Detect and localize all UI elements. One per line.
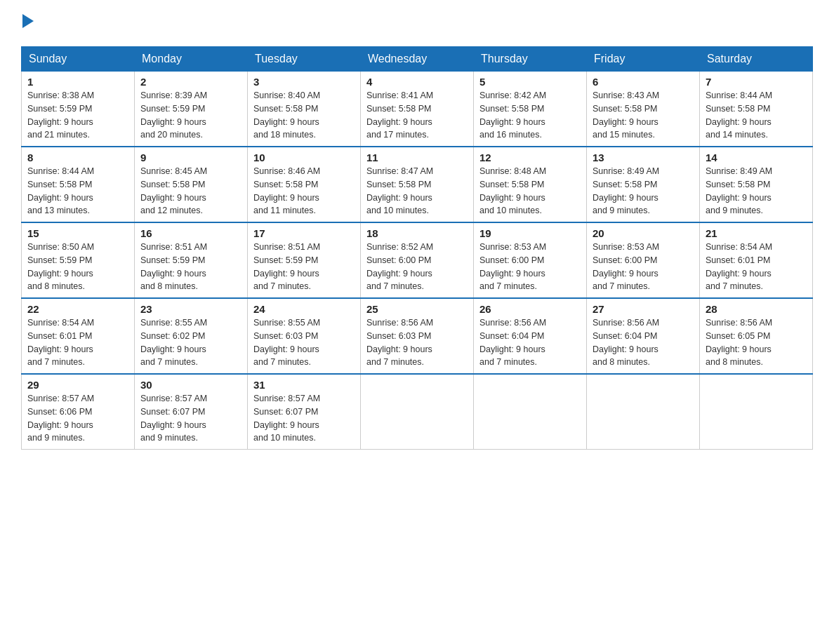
calendar-cell: 3 Sunrise: 8:40 AMSunset: 5:58 PMDayligh… [248, 72, 361, 147]
calendar-cell: 9 Sunrise: 8:45 AMSunset: 5:58 PMDayligh… [135, 147, 248, 222]
day-info: Sunrise: 8:51 AMSunset: 5:59 PMDaylight:… [140, 241, 241, 293]
day-info: Sunrise: 8:54 AMSunset: 6:01 PMDaylight:… [27, 316, 128, 369]
day-number: 13 [593, 152, 694, 163]
calendar-week-row: 29 Sunrise: 8:57 AMSunset: 6:06 PMDaylig… [22, 374, 813, 450]
day-info: Sunrise: 8:57 AMSunset: 6:06 PMDaylight:… [27, 392, 128, 445]
day-info: Sunrise: 8:57 AMSunset: 6:07 PMDaylight:… [140, 392, 241, 445]
calendar-cell: 16 Sunrise: 8:51 AMSunset: 5:59 PMDaylig… [135, 222, 248, 298]
day-info: Sunrise: 8:56 AMSunset: 6:04 PMDaylight:… [593, 316, 694, 369]
day-number: 22 [27, 303, 128, 315]
weekday-header-wednesday: Wednesday [361, 47, 474, 72]
day-number: 6 [593, 76, 694, 88]
calendar-cell: 19 Sunrise: 8:53 AMSunset: 6:00 PMDaylig… [474, 222, 587, 298]
calendar-week-row: 22 Sunrise: 8:54 AMSunset: 6:01 PMDaylig… [22, 298, 813, 374]
day-info: Sunrise: 8:56 AMSunset: 6:03 PMDaylight:… [366, 316, 468, 369]
day-info: Sunrise: 8:48 AMSunset: 5:58 PMDaylight:… [479, 165, 581, 217]
day-number: 4 [366, 76, 468, 88]
day-number: 17 [253, 227, 355, 239]
day-number: 1 [27, 76, 128, 88]
calendar-cell: 24 Sunrise: 8:55 AMSunset: 6:03 PMDaylig… [248, 298, 361, 374]
day-number: 2 [140, 76, 241, 88]
day-info: Sunrise: 8:51 AMSunset: 5:59 PMDaylight:… [253, 241, 355, 293]
calendar-cell: 31 Sunrise: 8:57 AMSunset: 6:07 PMDaylig… [248, 374, 361, 450]
day-info: Sunrise: 8:45 AMSunset: 5:58 PMDaylight:… [140, 165, 241, 217]
calendar-cell: 10 Sunrise: 8:46 AMSunset: 5:58 PMDaylig… [248, 147, 361, 222]
day-number: 30 [140, 379, 241, 391]
calendar-week-row: 1 Sunrise: 8:38 AMSunset: 5:59 PMDayligh… [22, 72, 813, 147]
day-info: Sunrise: 8:57 AMSunset: 6:07 PMDaylight:… [253, 392, 355, 445]
day-number: 26 [479, 303, 581, 315]
day-number: 7 [706, 76, 807, 88]
weekday-header-tuesday: Tuesday [248, 47, 361, 72]
calendar-cell: 11 Sunrise: 8:47 AMSunset: 5:58 PMDaylig… [361, 147, 474, 222]
day-number: 28 [706, 303, 807, 315]
day-info: Sunrise: 8:56 AMSunset: 6:05 PMDaylight:… [706, 316, 807, 369]
day-info: Sunrise: 8:47 AMSunset: 5:58 PMDaylight:… [366, 165, 468, 217]
day-info: Sunrise: 8:39 AMSunset: 5:59 PMDaylight:… [140, 89, 241, 142]
day-info: Sunrise: 8:44 AMSunset: 5:58 PMDaylight:… [27, 165, 128, 217]
day-number: 3 [253, 76, 355, 88]
day-info: Sunrise: 8:53 AMSunset: 6:00 PMDaylight:… [593, 241, 694, 293]
day-number: 24 [253, 303, 355, 315]
calendar-cell: 21 Sunrise: 8:54 AMSunset: 6:01 PMDaylig… [700, 222, 813, 298]
calendar-cell: 1 Sunrise: 8:38 AMSunset: 5:59 PMDayligh… [22, 72, 135, 147]
weekday-header-saturday: Saturday [700, 47, 813, 72]
day-number: 12 [479, 152, 581, 163]
day-number: 18 [366, 227, 468, 239]
day-info: Sunrise: 8:49 AMSunset: 5:58 PMDaylight:… [593, 165, 694, 217]
calendar-cell: 4 Sunrise: 8:41 AMSunset: 5:58 PMDayligh… [361, 72, 474, 147]
calendar-cell: 15 Sunrise: 8:50 AMSunset: 5:59 PMDaylig… [22, 222, 135, 298]
day-number: 29 [27, 379, 128, 391]
calendar-cell [587, 374, 700, 450]
day-number: 14 [706, 152, 807, 163]
calendar-cell: 18 Sunrise: 8:52 AMSunset: 6:00 PMDaylig… [361, 222, 474, 298]
day-info: Sunrise: 8:49 AMSunset: 5:58 PMDaylight:… [706, 165, 807, 217]
day-number: 19 [479, 227, 581, 239]
calendar-cell: 26 Sunrise: 8:56 AMSunset: 6:04 PMDaylig… [474, 298, 587, 374]
calendar-cell: 5 Sunrise: 8:42 AMSunset: 5:58 PMDayligh… [474, 72, 587, 147]
weekday-header-row: SundayMondayTuesdayWednesdayThursdayFrid… [22, 47, 813, 72]
day-number: 15 [27, 227, 128, 239]
logo-arrow-icon [22, 14, 34, 28]
day-number: 31 [253, 379, 355, 391]
day-number: 23 [140, 303, 241, 315]
calendar-cell: 8 Sunrise: 8:44 AMSunset: 5:58 PMDayligh… [22, 147, 135, 222]
day-info: Sunrise: 8:53 AMSunset: 6:00 PMDaylight:… [479, 241, 581, 293]
day-number: 20 [593, 227, 694, 239]
day-info: Sunrise: 8:46 AMSunset: 5:58 PMDaylight:… [253, 165, 355, 217]
weekday-header-friday: Friday [587, 47, 700, 72]
calendar-cell: 17 Sunrise: 8:51 AMSunset: 5:59 PMDaylig… [248, 222, 361, 298]
calendar-cell [474, 374, 587, 450]
day-number: 8 [27, 152, 128, 163]
day-info: Sunrise: 8:41 AMSunset: 5:58 PMDaylight:… [366, 89, 468, 142]
calendar-cell: 12 Sunrise: 8:48 AMSunset: 5:58 PMDaylig… [474, 147, 587, 222]
calendar-cell: 25 Sunrise: 8:56 AMSunset: 6:03 PMDaylig… [361, 298, 474, 374]
calendar-cell: 30 Sunrise: 8:57 AMSunset: 6:07 PMDaylig… [135, 374, 248, 450]
day-number: 16 [140, 227, 241, 239]
day-info: Sunrise: 8:40 AMSunset: 5:58 PMDaylight:… [253, 89, 355, 142]
day-number: 9 [140, 152, 241, 163]
logo [21, 14, 34, 34]
day-info: Sunrise: 8:50 AMSunset: 5:59 PMDaylight:… [27, 241, 128, 293]
calendar-cell: 13 Sunrise: 8:49 AMSunset: 5:58 PMDaylig… [587, 147, 700, 222]
day-info: Sunrise: 8:55 AMSunset: 6:03 PMDaylight:… [253, 316, 355, 369]
calendar-week-row: 15 Sunrise: 8:50 AMSunset: 5:59 PMDaylig… [22, 222, 813, 298]
calendar-cell: 6 Sunrise: 8:43 AMSunset: 5:58 PMDayligh… [587, 72, 700, 147]
weekday-header-thursday: Thursday [474, 47, 587, 72]
day-info: Sunrise: 8:56 AMSunset: 6:04 PMDaylight:… [479, 316, 581, 369]
calendar-cell: 28 Sunrise: 8:56 AMSunset: 6:05 PMDaylig… [700, 298, 813, 374]
page-header [21, 14, 813, 34]
weekday-header-monday: Monday [135, 47, 248, 72]
day-number: 25 [366, 303, 468, 315]
day-info: Sunrise: 8:54 AMSunset: 6:01 PMDaylight:… [706, 241, 807, 293]
calendar-cell: 22 Sunrise: 8:54 AMSunset: 6:01 PMDaylig… [22, 298, 135, 374]
day-info: Sunrise: 8:44 AMSunset: 5:58 PMDaylight:… [706, 89, 807, 142]
calendar-cell: 27 Sunrise: 8:56 AMSunset: 6:04 PMDaylig… [587, 298, 700, 374]
day-info: Sunrise: 8:55 AMSunset: 6:02 PMDaylight:… [140, 316, 241, 369]
weekday-header-sunday: Sunday [22, 47, 135, 72]
day-number: 5 [479, 76, 581, 88]
day-info: Sunrise: 8:43 AMSunset: 5:58 PMDaylight:… [593, 89, 694, 142]
calendar-cell [361, 374, 474, 450]
day-number: 10 [253, 152, 355, 163]
day-info: Sunrise: 8:52 AMSunset: 6:00 PMDaylight:… [366, 241, 468, 293]
